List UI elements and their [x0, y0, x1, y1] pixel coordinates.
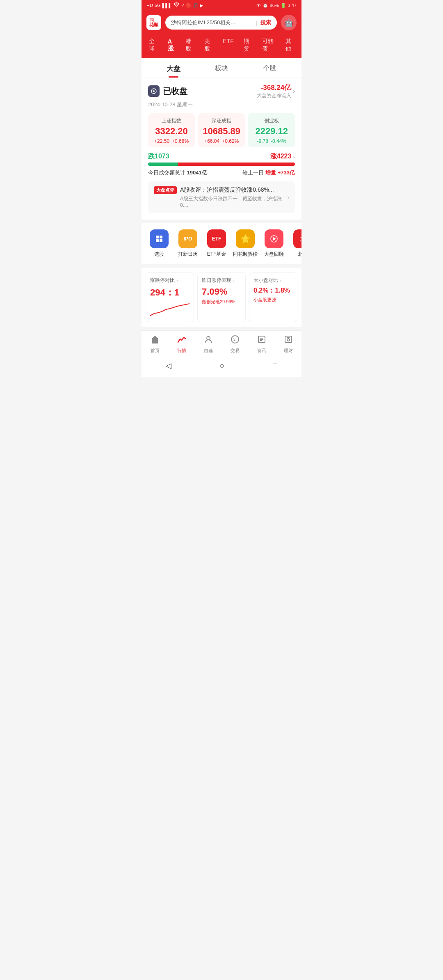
qa-etf[interactable]: ETF ETF基金 [203, 229, 230, 258]
app-header: 同花顺 沙特阿拉伯IMI 25/50相关... | 搜索 🤖 [142, 11, 301, 34]
stat-card-cap[interactable]: 大小盘对比 › 0.2%：1.8% 小盘股更强 [249, 272, 297, 322]
wifi-icon [174, 2, 179, 8]
commentary-badge: 大盘点评 [154, 186, 177, 194]
index-change-chinext: -9.78 [257, 138, 268, 144]
svg-rect-4 [160, 236, 162, 238]
tab-stocks[interactable]: 个股 [245, 58, 293, 78]
nav-item-hk[interactable]: 港股 [181, 36, 199, 54]
commentary-card[interactable]: 大盘点评 A股收评：沪指震荡反弹收涨0.68%... A股三大指数今日涨跌不一，… [148, 181, 295, 213]
search-bar[interactable]: 沙特阿拉伯IMI 25/50相关... | 搜索 [165, 16, 277, 30]
index-card-shanghai[interactable]: 上证指数 3322.20 +22.50 +0.68% [148, 113, 195, 147]
index-changes-chinext: -9.78 -0.44% [252, 138, 291, 144]
index-pct-shanghai: +0.68% [172, 138, 189, 144]
rise-fall-section: 跌1073 涨4223 › [148, 152, 295, 166]
net-flow-arrow[interactable]: › [293, 88, 295, 94]
rise-count[interactable]: 涨4223 [270, 152, 292, 161]
nav-home[interactable]: 首页 [142, 335, 168, 354]
market-date: 2024-10-28 星期一 [148, 101, 295, 108]
index-card-shenzhen[interactable]: 深证成指 10685.89 +66.04 +0.62% [198, 113, 245, 147]
nav-news[interactable]: 资讯 [248, 335, 275, 354]
qa-north[interactable]: 北 北向 [289, 229, 301, 258]
nav-label-news: 资讯 [257, 348, 266, 354]
index-card-chinext[interactable]: 创业板 2229.12 -9.78 -0.44% [248, 113, 295, 147]
nav-item-etf[interactable]: ETF [219, 36, 237, 54]
qa-hot-list[interactable]: ⭐ 同花顺热榜 [232, 229, 259, 258]
nav-trade[interactable]: ¥ 交易 [222, 335, 248, 354]
commentary-arrow[interactable]: › [287, 194, 289, 201]
avatar-icon: 🤖 [284, 18, 293, 27]
stat-header-yesterday: 昨日涨停表现 › [202, 277, 241, 284]
search-button[interactable]: 搜索 [260, 19, 271, 26]
back-button[interactable]: ◁ [166, 361, 171, 370]
net-flow-label: 大盘资金净流入 [257, 92, 291, 99]
increase-value: +733亿 [278, 169, 295, 176]
index-value-shanghai: 3322.20 [152, 126, 191, 137]
home-icon [151, 335, 160, 346]
nav-finance[interactable]: 理财 [275, 335, 301, 354]
tab-sector[interactable]: 板块 [198, 58, 246, 78]
increase-label-text: 增量 [265, 169, 276, 176]
bottom-nav: 首页 行情 自选 ¥ 交易 [142, 330, 301, 356]
market-icon-nav [177, 335, 186, 346]
qa-label-review: 大盘回顾 [264, 251, 284, 258]
qa-icon-hot: ⭐ [236, 229, 255, 248]
main-tabs: 大盘 板块 个股 [142, 58, 301, 78]
stat-chart-rise-fall [150, 301, 190, 318]
battery-icon: 🔋 [281, 3, 286, 8]
svg-text:¥: ¥ [233, 338, 236, 342]
nav-label-home: 首页 [151, 348, 160, 354]
home-button[interactable]: ○ [220, 362, 224, 370]
qa-review[interactable]: 大盘回顾 [260, 229, 288, 258]
volume-value-text: 19041亿 [187, 169, 207, 176]
stat-card-rise-fall[interactable]: 涨跌停对比 › 294：1 [146, 272, 194, 322]
volume-label-text: 今日成交额总计 [148, 169, 185, 176]
nav-label-market: 行情 [177, 348, 186, 354]
nav-watchlist[interactable]: 自选 [195, 335, 222, 354]
status-left: HD 5G ▌▌▌ ✓ 🔴 🎵 ▶ [146, 2, 203, 8]
stat-value-cap: 0.2%：1.8% [253, 286, 293, 295]
qa-icon-etf: ETF [207, 229, 226, 248]
stat-card-yesterday[interactable]: 昨日涨停表现 › 7.09% 微创光电29.99% [197, 272, 246, 322]
market-icon [148, 85, 160, 97]
svg-rect-5 [156, 239, 159, 242]
commentary-title: A股收评：沪指震荡反弹收涨0.68%... [180, 186, 284, 194]
qa-ipo[interactable]: IPO 打新日历 [174, 229, 201, 258]
index-cards: 上证指数 3322.20 +22.50 +0.68% 深证成指 10685.89… [148, 113, 295, 147]
search-input[interactable]: 沙特阿拉伯IMI 25/50相关... [171, 19, 253, 26]
nav-item-global[interactable]: 全球 [145, 36, 162, 54]
stat-title-rise-fall: 涨跌停对比 [150, 277, 175, 284]
nav-item-other[interactable]: 其他 [281, 36, 299, 54]
avatar-button[interactable]: 🤖 [281, 15, 297, 30]
fall-count[interactable]: 跌1073 [148, 152, 169, 161]
quick-actions: 选股 IPO 打新日历 ETF ETF基金 ⭐ 同花顺热榜 大盘回顾 北 北向 [142, 223, 301, 264]
qa-label-etf: ETF基金 [207, 251, 226, 258]
index-change-shanghai: +22.50 [154, 138, 169, 144]
qa-choose-stocks[interactable]: 选股 [146, 229, 173, 258]
stat-title-cap: 大小盘对比 [253, 277, 278, 284]
status-right: 👁 ⏰ 86% 🔋 3:47 [256, 3, 297, 8]
market-info-section: 已收盘 -368.24亿 大盘资金净流入 › 2024-10-28 星期一 上证… [142, 78, 301, 220]
nav-item-us[interactable]: 美股 [200, 36, 217, 54]
app-logo[interactable]: 同花顺 [146, 15, 161, 30]
watchlist-icon [204, 335, 213, 346]
tab-dashboard[interactable]: 大盘 [150, 58, 198, 78]
nav-item-futures[interactable]: 期货 [240, 36, 257, 54]
rise-fall-row: 跌1073 涨4223 › [148, 152, 295, 161]
index-name-shanghai: 上证指数 [152, 117, 191, 124]
market-status-row: 已收盘 -368.24亿 大盘资金净流入 › [148, 83, 295, 99]
index-changes-shenzhen: +66.04 +0.62% [202, 138, 241, 144]
system-nav: ◁ ○ □ [142, 356, 301, 377]
status-hd: HD [146, 3, 153, 8]
alarm-icon: ⏰ [263, 3, 268, 8]
progress-red [178, 163, 295, 166]
nav-label-trade: 交易 [231, 348, 240, 354]
rise-fall-arrow[interactable]: › [293, 153, 295, 160]
index-name-chinext: 创业板 [252, 117, 291, 124]
index-value-chinext: 2229.12 [252, 126, 291, 137]
qa-icon-review [265, 229, 283, 248]
nav-market[interactable]: 行情 [168, 335, 195, 354]
nav-item-a-stock[interactable]: A股 [164, 36, 180, 54]
recent-button[interactable]: □ [273, 362, 277, 370]
nav-item-bonds[interactable]: 可转债 [258, 36, 279, 54]
qa-label-ipo: 打新日历 [178, 251, 198, 258]
